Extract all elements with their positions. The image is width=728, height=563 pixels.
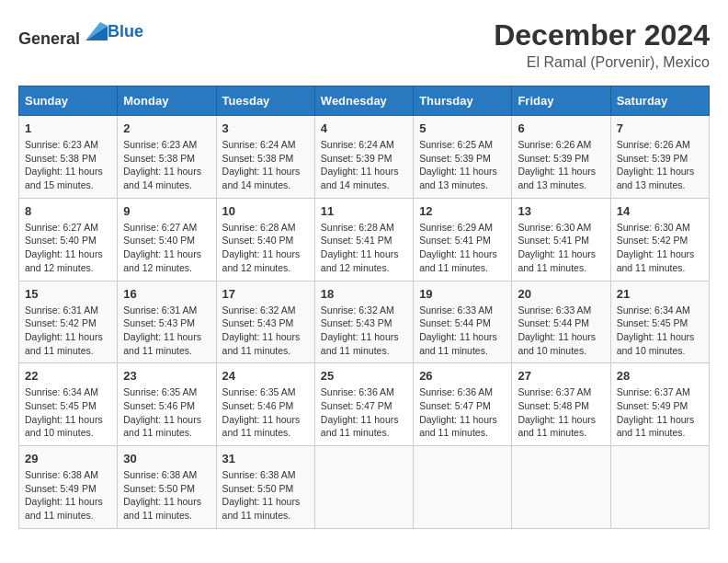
calendar-cell — [314, 446, 413, 529]
cell-content: Sunrise: 6:23 AMSunset: 5:38 PMDaylight:… — [123, 139, 201, 190]
day-number: 1 — [25, 121, 111, 135]
calendar-cell — [512, 446, 610, 529]
weekday-header: Saturday — [610, 86, 709, 116]
day-number: 14 — [617, 204, 703, 218]
day-number: 15 — [25, 287, 111, 301]
cell-content: Sunrise: 6:26 AMSunset: 5:39 PMDaylight:… — [518, 139, 596, 190]
day-number: 26 — [419, 369, 506, 383]
cell-content: Sunrise: 6:34 AMSunset: 5:45 PMDaylight:… — [617, 304, 695, 356]
calendar-cell: 12 Sunrise: 6:29 AMSunset: 5:41 PMDaylig… — [414, 198, 512, 281]
day-number: 18 — [321, 287, 407, 301]
cell-content: Sunrise: 6:35 AMSunset: 5:46 PMDaylight:… — [123, 386, 201, 438]
cell-content: Sunrise: 6:34 AMSunset: 5:45 PMDaylight:… — [25, 386, 103, 438]
cell-content: Sunrise: 6:27 AMSunset: 5:40 PMDaylight:… — [25, 222, 103, 273]
day-number: 25 — [321, 369, 407, 383]
day-number: 9 — [123, 204, 210, 218]
calendar-cell: 9 Sunrise: 6:27 AMSunset: 5:40 PMDayligh… — [118, 198, 216, 281]
calendar-cell: 21 Sunrise: 6:34 AMSunset: 5:45 PMDaylig… — [610, 281, 709, 363]
day-number: 16 — [123, 287, 210, 301]
title-area: December 2024 El Ramal (Porvenir), Mexic… — [494, 18, 710, 71]
calendar-cell: 4 Sunrise: 6:24 AMSunset: 5:39 PMDayligh… — [314, 116, 413, 199]
cell-content: Sunrise: 6:35 AMSunset: 5:46 PMDaylight:… — [222, 386, 301, 438]
calendar-week-row: 8 Sunrise: 6:27 AMSunset: 5:40 PMDayligh… — [19, 198, 710, 281]
cell-content: Sunrise: 6:31 AMSunset: 5:42 PMDaylight:… — [25, 304, 103, 356]
day-number: 29 — [25, 452, 111, 465]
calendar-cell: 19 Sunrise: 6:33 AMSunset: 5:44 PMDaylig… — [414, 281, 512, 363]
calendar-cell: 3 Sunrise: 6:24 AMSunset: 5:38 PMDayligh… — [216, 116, 314, 199]
calendar-cell: 23 Sunrise: 6:35 AMSunset: 5:46 PMDaylig… — [118, 363, 216, 446]
calendar-week-row: 22 Sunrise: 6:34 AMSunset: 5:45 PMDaylig… — [19, 363, 710, 446]
day-number: 6 — [518, 121, 604, 135]
day-number: 24 — [222, 369, 309, 383]
cell-content: Sunrise: 6:28 AMSunset: 5:40 PMDaylight:… — [222, 222, 301, 273]
day-number: 17 — [222, 287, 309, 301]
calendar-cell: 29 Sunrise: 6:38 AMSunset: 5:49 PMDaylig… — [19, 446, 118, 529]
cell-content: Sunrise: 6:26 AMSunset: 5:39 PMDaylight:… — [617, 139, 695, 190]
cell-content: Sunrise: 6:33 AMSunset: 5:44 PMDaylight:… — [518, 304, 596, 356]
weekday-header-row: SundayMondayTuesdayWednesdayThursdayFrid… — [19, 86, 710, 116]
day-number: 7 — [617, 121, 703, 135]
calendar-cell: 22 Sunrise: 6:34 AMSunset: 5:45 PMDaylig… — [19, 363, 118, 446]
calendar-cell: 6 Sunrise: 6:26 AMSunset: 5:39 PMDayligh… — [512, 116, 610, 199]
cell-content: Sunrise: 6:24 AMSunset: 5:38 PMDaylight:… — [222, 139, 301, 190]
weekday-header: Wednesday — [314, 86, 413, 116]
calendar-cell — [414, 446, 512, 529]
day-number: 19 — [419, 287, 506, 301]
day-number: 12 — [419, 204, 506, 218]
calendar-table: SundayMondayTuesdayWednesdayThursdayFrid… — [18, 86, 710, 529]
day-number: 13 — [518, 204, 604, 218]
calendar-cell: 13 Sunrise: 6:30 AMSunset: 5:41 PMDaylig… — [512, 198, 610, 281]
logo-text-general: General — [18, 29, 80, 48]
logo: General Blue — [18, 18, 143, 49]
main-title: December 2024 — [494, 18, 710, 52]
logo-icon — [82, 18, 108, 44]
weekday-header: Monday — [118, 86, 216, 116]
calendar-cell: 15 Sunrise: 6:31 AMSunset: 5:42 PMDaylig… — [19, 281, 118, 363]
day-number: 23 — [123, 369, 210, 383]
calendar-week-row: 1 Sunrise: 6:23 AMSunset: 5:38 PMDayligh… — [19, 116, 710, 199]
cell-content: Sunrise: 6:23 AMSunset: 5:38 PMDaylight:… — [25, 139, 103, 190]
calendar-cell: 28 Sunrise: 6:37 AMSunset: 5:49 PMDaylig… — [610, 363, 709, 446]
calendar-cell: 16 Sunrise: 6:31 AMSunset: 5:43 PMDaylig… — [118, 281, 216, 363]
cell-content: Sunrise: 6:29 AMSunset: 5:41 PMDaylight:… — [419, 222, 497, 273]
calendar-cell: 10 Sunrise: 6:28 AMSunset: 5:40 PMDaylig… — [216, 198, 314, 281]
cell-content: Sunrise: 6:28 AMSunset: 5:41 PMDaylight:… — [321, 222, 399, 273]
day-number: 28 — [617, 369, 703, 383]
cell-content: Sunrise: 6:36 AMSunset: 5:47 PMDaylight:… — [419, 386, 497, 438]
calendar-cell: 7 Sunrise: 6:26 AMSunset: 5:39 PMDayligh… — [610, 116, 709, 199]
calendar-cell: 30 Sunrise: 6:38 AMSunset: 5:50 PMDaylig… — [118, 446, 216, 529]
weekday-header: Tuesday — [216, 86, 314, 116]
cell-content: Sunrise: 6:33 AMSunset: 5:44 PMDaylight:… — [419, 304, 497, 356]
cell-content: Sunrise: 6:32 AMSunset: 5:43 PMDaylight:… — [222, 304, 301, 356]
calendar-cell: 2 Sunrise: 6:23 AMSunset: 5:38 PMDayligh… — [118, 116, 216, 199]
calendar-cell: 18 Sunrise: 6:32 AMSunset: 5:43 PMDaylig… — [314, 281, 413, 363]
cell-content: Sunrise: 6:30 AMSunset: 5:41 PMDaylight:… — [518, 222, 596, 273]
cell-content: Sunrise: 6:37 AMSunset: 5:49 PMDaylight:… — [617, 386, 695, 438]
day-number: 11 — [321, 204, 407, 218]
calendar-week-row: 15 Sunrise: 6:31 AMSunset: 5:42 PMDaylig… — [19, 281, 710, 363]
cell-content: Sunrise: 6:31 AMSunset: 5:43 PMDaylight:… — [123, 304, 201, 356]
calendar-cell: 25 Sunrise: 6:36 AMSunset: 5:47 PMDaylig… — [314, 363, 413, 446]
calendar-cell: 11 Sunrise: 6:28 AMSunset: 5:41 PMDaylig… — [314, 198, 413, 281]
day-number: 22 — [25, 369, 111, 383]
cell-content: Sunrise: 6:32 AMSunset: 5:43 PMDaylight:… — [321, 304, 399, 356]
day-number: 20 — [518, 287, 604, 301]
calendar-cell: 20 Sunrise: 6:33 AMSunset: 5:44 PMDaylig… — [512, 281, 610, 363]
header: General Blue December 2024 El Ramal (Por… — [18, 18, 710, 71]
cell-content: Sunrise: 6:37 AMSunset: 5:48 PMDaylight:… — [518, 386, 596, 438]
logo-general-text: General — [18, 18, 108, 49]
day-number: 30 — [123, 452, 210, 465]
logo-blue-text: Blue — [108, 22, 143, 41]
cell-content: Sunrise: 6:38 AMSunset: 5:50 PMDaylight:… — [123, 469, 201, 521]
calendar-cell: 24 Sunrise: 6:35 AMSunset: 5:46 PMDaylig… — [216, 363, 314, 446]
weekday-header: Thursday — [414, 86, 512, 116]
subtitle: El Ramal (Porvenir), Mexico — [494, 54, 710, 71]
day-number: 8 — [25, 204, 111, 218]
calendar-cell: 17 Sunrise: 6:32 AMSunset: 5:43 PMDaylig… — [216, 281, 314, 363]
calendar-cell: 5 Sunrise: 6:25 AMSunset: 5:39 PMDayligh… — [414, 116, 512, 199]
day-number: 31 — [222, 452, 309, 465]
cell-content: Sunrise: 6:27 AMSunset: 5:40 PMDaylight:… — [123, 222, 201, 273]
cell-content: Sunrise: 6:36 AMSunset: 5:47 PMDaylight:… — [321, 386, 399, 438]
cell-content: Sunrise: 6:38 AMSunset: 5:49 PMDaylight:… — [25, 469, 103, 521]
cell-content: Sunrise: 6:24 AMSunset: 5:39 PMDaylight:… — [321, 139, 399, 190]
